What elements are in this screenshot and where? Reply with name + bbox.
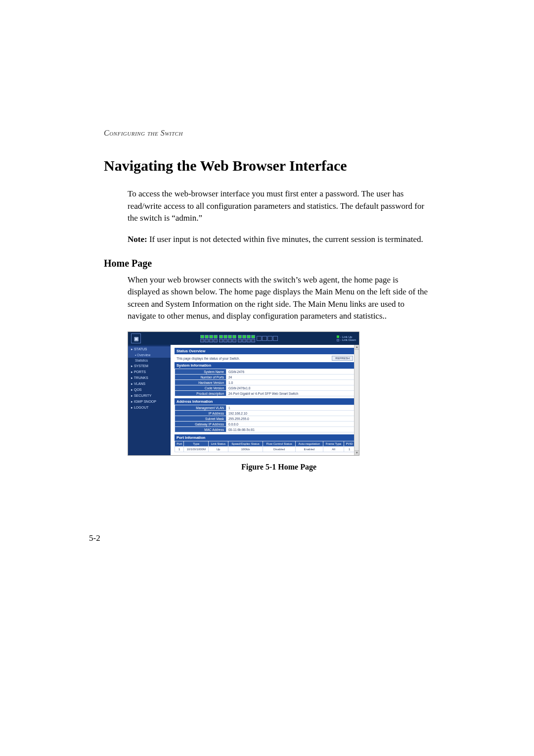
- sidebar-item-overview[interactable]: • Overview: [128, 352, 171, 358]
- switch-topbar: ▣: [128, 332, 359, 345]
- sidebar-item-ports[interactable]: ▸ PORTS: [128, 369, 171, 375]
- scrollbar[interactable]: ▴ ▾: [354, 345, 359, 455]
- note-paragraph: Note: If user input is not detected with…: [128, 234, 430, 246]
- page-number: 5-2: [89, 533, 100, 543]
- status-overview-subtitle: This page displays the status of your Sw…: [177, 357, 240, 360]
- sidebar-item-status[interactable]: ▸ STATUS: [128, 346, 171, 352]
- scroll-down-arrow-icon[interactable]: ▾: [355, 450, 359, 455]
- sidebar-item-logout[interactable]: ▸ LOGOUT: [128, 405, 171, 411]
- status-overview-title: Status Overview: [175, 348, 355, 354]
- port-information-table: Port Type Link Status Speed/Duplex Statu…: [175, 441, 355, 452]
- brand-logo-icon: ▣: [131, 333, 141, 343]
- address-information-table: Management VLAN1 IP Address192.168.2.10 …: [175, 405, 355, 432]
- link-legend: - Link Up - Link Down: [337, 335, 356, 342]
- main-menu-sidebar: ▸ STATUS • Overview Statistics ▸ SYSTEM …: [128, 345, 171, 455]
- note-text: If user input is not detected within fiv…: [147, 235, 423, 244]
- port-led-panel: [145, 335, 333, 342]
- system-information-title: System Information: [175, 362, 355, 369]
- sidebar-item-vlans[interactable]: ▸ VLANS: [128, 381, 171, 387]
- sidebar-item-security[interactable]: ▸ SECURITY: [128, 393, 171, 399]
- sidebar-item-igmp-snoop[interactable]: ▸ IGMP SNOOP: [128, 399, 171, 405]
- sidebar-item-trunks[interactable]: ▸ TRUNKS: [128, 375, 171, 381]
- legend-link-down: - Link Down: [340, 338, 356, 341]
- system-information-table: System NameGSW-2476 Number of Ports24 Ha…: [175, 369, 355, 396]
- main-content-area: ▴ ▾ Status Overview This page displays t…: [171, 345, 359, 455]
- figure-caption: Figure 5-1 Home Page: [128, 463, 430, 472]
- home-page-paragraph: When your web browser connects with the …: [128, 274, 430, 323]
- section-title: Navigating the Web Browser Interface: [104, 157, 430, 174]
- table-row: 1 10/100/1000M Up 100fdx Disabled Enable…: [175, 447, 355, 452]
- port-information-title: Port Information: [175, 434, 355, 441]
- refresh-button[interactable]: REFRESH: [332, 356, 353, 361]
- scroll-up-arrow-icon[interactable]: ▴: [355, 345, 359, 350]
- note-label: Note:: [128, 235, 147, 244]
- home-page-heading: Home Page: [104, 258, 430, 269]
- sidebar-item-system[interactable]: ▸ SYSTEM: [128, 363, 171, 369]
- address-information-title: Address Information: [175, 398, 355, 405]
- running-header: Configuring the Switch: [104, 129, 430, 138]
- sidebar-item-statistics[interactable]: Statistics: [128, 358, 171, 363]
- sidebar-item-qos[interactable]: ▸ QOS: [128, 387, 171, 393]
- legend-link-up: - Link Up: [340, 335, 352, 338]
- screenshot-home-page: ▣: [128, 331, 359, 456]
- intro-paragraph: To access the web-browser interface you …: [128, 188, 430, 225]
